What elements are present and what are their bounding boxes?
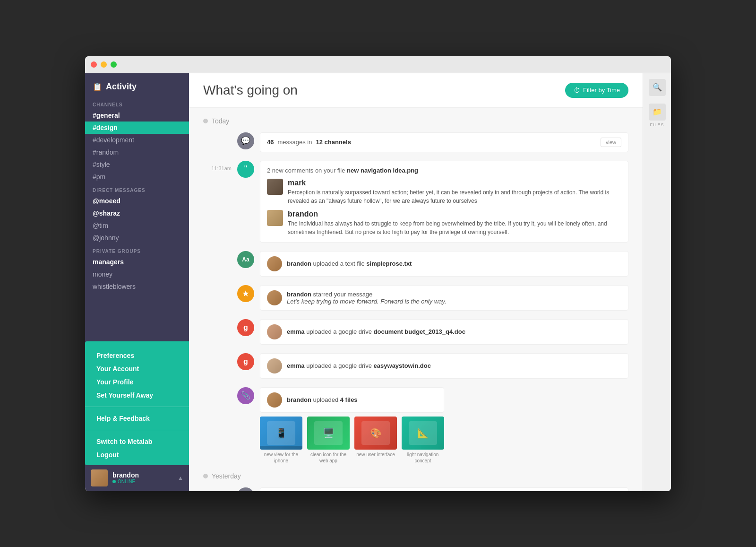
feed-time-gdrive1 [203,319,232,324]
feed-body-files: brandon uploaded 4 files 📱 [260,387,444,464]
sidebar-item-managers[interactable]: managers [85,256,189,268]
sidebar-item-johnny[interactable]: @johnny [85,232,189,244]
popup-your-profile[interactable]: Your Profile [85,375,189,389]
minimize-dot[interactable] [101,61,107,68]
sidebar-item-design[interactable]: #design [85,122,189,134]
sidebar-header: 📋 Activity [85,73,189,97]
feed-icon-attachment: 📎 [237,387,254,404]
files-row: 📎 brandon uploaded 4 files [203,387,444,464]
file-label-3: new user interface [354,451,397,458]
search-group: 🔍 [649,79,666,96]
sidebar-item-general[interactable]: #general [85,109,189,122]
feed-icon-text: Aa [237,251,254,268]
popup-logout[interactable]: Logout [85,448,189,461]
feed-time [203,132,232,137]
feed-icon-chat: 💬 [237,132,254,149]
feed-time-upload [203,251,232,256]
file-img-4: 📐 [402,417,444,450]
gdrive2-file: easywaystowin.doc [374,362,431,369]
feed: Today 💬 46 messages in 12 channels view [189,108,643,491]
today-label: Today [203,117,628,125]
feed-item-upload-text: Aa brandon uploaded a text file simplepr… [203,251,628,277]
clock-icon: ⏱ [574,87,580,94]
brandon-avatar-star [267,290,282,305]
sidebar-item-tim[interactable]: @tim [85,219,189,232]
popup-switch-metalab[interactable]: Switch to Metalab [85,435,189,448]
sidebar-item-money[interactable]: money [85,268,189,280]
comment-block: 2 new comments on your file new navigati… [260,161,628,243]
online-dot [112,480,116,483]
brandon-avatar-round [267,256,282,271]
feed-body-upload: brandon uploaded a text file simpleprose… [260,251,628,277]
feed-time-gdrive2 [203,353,232,358]
sidebar-item-sharaz[interactable]: @sharaz [85,207,189,219]
popup-your-account[interactable]: Your Account [85,362,189,375]
feed-item-files: 📎 brandon uploaded 4 files [203,387,628,464]
sidebar-item-style[interactable]: #style [85,158,189,171]
feed-item-gdrive2: g emma uploaded a google drive easywayst… [203,353,628,379]
feed-item-comments: 11:31am " 2 new comments on your file ne… [203,161,628,243]
search-icon[interactable]: 🔍 [649,79,666,96]
files-msg: brandon uploaded 4 files [287,396,358,403]
emma-avatar2 [267,358,282,373]
feed-body-gdrive1: emma uploaded a google drive document bu… [260,319,628,345]
direct-messages-label: DIRECT MESSAGES [85,183,189,195]
feed-time-comments: 11:31am [203,161,232,171]
feed-body-summary: 46 messages in 12 channels view [260,132,628,152]
messages-label: messages in [277,139,312,146]
feed-body-gdrive2: emma uploaded a google drive easywaystow… [260,353,628,379]
popup-help[interactable]: Help & Feedback [85,412,189,425]
file-thumb-3[interactable]: 🎨 new user interface [354,417,397,464]
feed-item-gdrive1: g emma uploaded a google drive document … [203,319,628,345]
view-button[interactable]: view [601,138,621,147]
sidebar-item-whistleblowers[interactable]: whistleblowers [85,280,189,293]
file-label-1: new view for the iphone [260,451,302,464]
gdrive1-msg: emma uploaded a google drive document bu… [287,328,465,335]
close-dot[interactable] [91,61,97,68]
emma-actor2: emma [287,362,305,369]
star-msg: brandon starred your message Let's keep … [287,291,447,305]
starred-message-text: Let's keep trying to move forward. Forwa… [287,298,447,305]
gdrive2-msg: emma uploaded a google drive easywaystow… [287,362,431,369]
sidebar-footer[interactable]: brandon ONLINE ▲ [85,464,189,491]
feed-icon-chat-yesterday: 💬 [237,487,254,491]
brandon-avatar-files [267,392,282,408]
file-img-1: 📱 [260,417,302,450]
commented-file: new navigation idea.png [347,167,418,174]
mark-avatar [267,179,283,195]
yesterday-summary: 123 messages in 4 channels view [260,487,628,491]
sidebar-item-pm[interactable]: #pm [85,171,189,183]
popup-set-away[interactable]: Set Yourself Away [85,389,189,402]
file-count: 4 files [340,396,358,403]
titlebar [85,56,671,73]
popup-divider [85,407,189,407]
sidebar-title: Activity [106,82,137,92]
gdrive2-row: emma uploaded a google drive easywaystow… [260,353,628,379]
feed-time-files [203,387,232,392]
brandon-text: The individual has always had to struggl… [288,219,621,236]
popup-preferences[interactable]: Preferences [85,349,189,362]
file-thumb-1[interactable]: 📱 new view for the iphone [260,417,302,464]
feed-item-summary: 💬 46 messages in 12 channels view [203,132,628,152]
file-thumb-4[interactable]: 📐 light navigation concept [402,417,444,464]
upload-text-msg: brandon uploaded a text file simpleprose… [287,260,412,267]
comment-header: 2 new comments on your file new navigati… [267,167,621,174]
filter-by-time-button[interactable]: ⏱ Filter by Time [565,83,628,98]
file-img-2: 🖥️ [307,417,350,450]
activity-icon: 📋 [93,82,102,91]
chevron-up-icon: ▲ [178,475,183,481]
feed-body-star: brandon starred your message Let's keep … [260,285,628,311]
file-thumb-2[interactable]: 🖥️ clean icon for the web app [307,417,350,464]
mark-name: mark [288,179,621,187]
feed-icon-google1: g [237,319,254,336]
files-icon[interactable]: 📁 [649,104,666,121]
comment-item-mark: mark Perception is naturally surpassed t… [267,179,621,205]
message-count: 46 [267,139,274,146]
sidebar-item-random[interactable]: #random [85,146,189,158]
feed-body-comments: 2 new comments on your file new navigati… [260,161,628,243]
sidebar-item-development[interactable]: #development [85,134,189,146]
maximize-dot[interactable] [111,61,117,68]
upload-text-row: brandon uploaded a text file simpleprose… [260,251,628,277]
files-summary-row: brandon uploaded 4 files [260,387,444,413]
sidebar-item-moeed[interactable]: @moeed [85,195,189,207]
